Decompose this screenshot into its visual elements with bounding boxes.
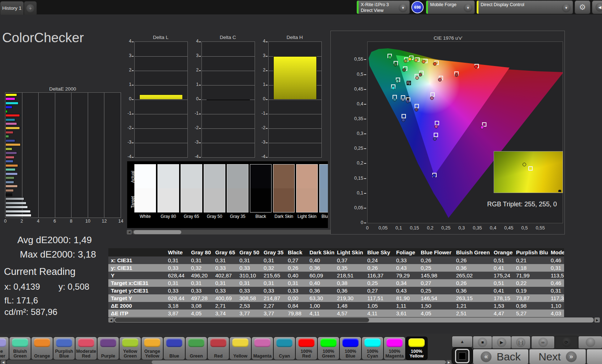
swatch-target <box>319 188 328 212</box>
table-column-header: Purplish Blue <box>514 249 548 256</box>
source-dropdown-label: Mobile Forge <box>428 1 463 8</box>
patch-button-blue-flower[interactable]: Blue Flower <box>0 337 9 360</box>
continuous-measure-button[interactable]: ∞ <box>532 336 554 348</box>
swatch-strip: Actual Target WhiteGray 80Gray 65Gray 50… <box>127 161 328 228</box>
measurement-table: WhiteGray 80Gray 65Gray 50Gray 35BlackDa… <box>108 248 564 317</box>
deltaE-bar <box>5 131 13 134</box>
meter-count-badge[interactable]: 698 <box>411 1 424 13</box>
patch-button-orange-yellow[interactable]: Orange Yellow <box>142 337 163 360</box>
patch-button-orange[interactable]: Orange <box>31 337 53 360</box>
cie-x-tick-label: 0,35 <box>473 225 482 231</box>
patch-color-chip <box>12 338 28 347</box>
scroll-left-icon[interactable]: ◀ <box>1 360 6 364</box>
back-chevron-icon: « <box>481 351 491 362</box>
table-cell: 0,19 <box>514 287 548 294</box>
cie-measured-marker <box>415 108 418 111</box>
table-cell: 0,33 <box>261 287 285 294</box>
transport-play-button[interactable]: ▶ <box>492 336 511 348</box>
patch-button-purplish-blue[interactable]: Purplish Blue <box>53 337 75 360</box>
patch-color-chip <box>188 338 204 347</box>
next-button[interactable]: Next » <box>529 349 586 364</box>
settings-button[interactable]: ⚙ <box>575 1 590 14</box>
deltaE-bar-row <box>5 118 121 122</box>
table-cell: 0,31 <box>189 279 213 287</box>
patch-button-blue[interactable]: Blue <box>164 337 185 360</box>
deltaE-bar <box>5 185 18 188</box>
patch-button-magenta[interactable]: Magenta <box>252 337 273 360</box>
transport-stop-button[interactable]: ■ <box>473 336 492 348</box>
patch-button-100-cyan[interactable]: 100% Cyan <box>362 337 383 360</box>
deltaH-tick <box>266 142 268 143</box>
scroll-right-icon[interactable]: ▶ <box>594 317 600 323</box>
patch-button-red[interactable]: Red <box>208 337 229 360</box>
patch-button-100-magenta[interactable]: 100% Magenta <box>384 337 405 360</box>
swatch-target <box>250 188 272 212</box>
table-cell: 0,33 <box>213 264 237 272</box>
table-cell: 0,00 <box>285 294 307 302</box>
table-scrollbar-thumb[interactable] <box>115 318 369 322</box>
deltaE-bar <box>5 168 16 171</box>
scroll-right-icon[interactable]: ▶ <box>446 360 451 364</box>
patch-button-100-red[interactable]: 100% Red <box>296 337 317 360</box>
nav-extra-button[interactable] <box>587 349 602 364</box>
patch-button-100-yellow[interactable]: 100% Yellow <box>406 337 427 360</box>
patch-button-100-blue[interactable]: 100% Blue <box>340 337 361 360</box>
stop-measure-button[interactable] <box>452 348 472 364</box>
deltaC-tick-label: 4 <box>196 39 199 44</box>
table-cell: 265,02 <box>454 272 491 279</box>
table-column-header: Blue Flower <box>418 249 454 256</box>
transport-extra-button[interactable] <box>579 336 602 348</box>
add-tab-button[interactable]: + <box>24 1 37 15</box>
table-cell: 0,31 <box>237 279 261 287</box>
scroll-up-button[interactable]: ▲ <box>452 336 472 347</box>
table-cell: 4,57 <box>334 310 365 317</box>
patch-button-purple[interactable]: Purple <box>98 337 119 360</box>
deltaH-gridline <box>269 143 321 143</box>
table-cell: 1,53 <box>491 302 514 310</box>
patch-button-100-green[interactable]: 100% Green <box>318 337 339 360</box>
plus-icon: + <box>26 4 34 12</box>
refresh-button[interactable]: ⟳ <box>555 336 578 348</box>
patch-color-chip <box>254 338 270 347</box>
table-cell: 3,08 <box>189 302 213 310</box>
patch-button-label: Moderate Red <box>76 347 96 360</box>
table-cell: 0,32 <box>261 264 285 272</box>
table-cell: 215,65 <box>261 272 285 279</box>
patch-button-moderate-red[interactable]: Moderate Red <box>75 337 97 360</box>
deltaH-gridline <box>269 114 321 114</box>
patch-color-chip <box>78 338 94 347</box>
deltaL-tick-label: 2 <box>129 67 131 73</box>
rgb-triplet-readout: RGB Triplet: 255, 255, 0 <box>487 201 557 208</box>
swatch-scrollbar-thumb[interactable] <box>134 230 181 234</box>
deltaC-gridline <box>202 85 255 85</box>
deltaE-bars <box>5 93 121 218</box>
workflow-dropdown[interactable]: Direct Display Control ▼ <box>477 1 573 14</box>
tab-history-1[interactable]: History 1 <box>0 1 24 15</box>
swatch-name: Gray 35 <box>227 214 248 219</box>
deltaE-bar <box>5 93 17 96</box>
patch-button-green[interactable]: Green <box>186 337 207 360</box>
table-header-row: WhiteGray 80Gray 65Gray 50Gray 35BlackDa… <box>108 248 564 256</box>
patch-button-bluish-green[interactable]: Bluish Green <box>9 337 31 360</box>
back-button[interactable]: « Back <box>473 349 528 364</box>
deltaC-tick <box>199 157 201 158</box>
source-dropdown[interactable]: Mobile Forge ▼ <box>426 1 475 14</box>
table-cell: 0,26 <box>285 264 307 272</box>
patch-bar-scrollbar-thumb[interactable] <box>152 360 446 364</box>
transport-interval-button[interactable]: [··] <box>511 336 530 348</box>
table-cell: 1,48 <box>334 302 365 310</box>
deltaL-tick-label: 4 <box>129 39 131 44</box>
meter-dropdown[interactable]: X-Rite i1Pro 3Direct View ▼ <box>357 1 410 14</box>
scroll-left-icon[interactable]: ◀ <box>127 230 132 234</box>
table-cell: 1,10 <box>548 302 564 310</box>
patch-button-yellow[interactable]: Yellow <box>230 337 251 360</box>
swatch-actual <box>181 164 202 188</box>
patch-color-chip <box>232 338 248 347</box>
scroll-left-icon[interactable]: ◀ <box>108 317 114 323</box>
collapse-panel-button[interactable]: ◀ <box>592 1 602 14</box>
patch-button-yellow-green[interactable]: Yellow Green <box>120 337 141 360</box>
deltaL-tick <box>132 41 134 42</box>
cie-y-tick <box>364 119 366 119</box>
deltaE-bar-row <box>5 163 121 168</box>
patch-button-cyan[interactable]: Cyan <box>274 337 295 360</box>
